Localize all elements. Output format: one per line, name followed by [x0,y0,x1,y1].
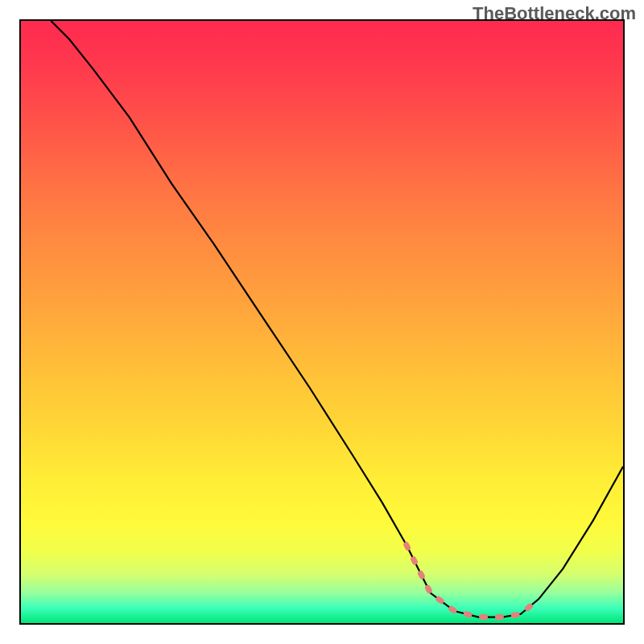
plot-area [19,19,625,625]
bottleneck-curve-line [51,21,623,617]
curve-svg [21,21,623,623]
highlight-dashed-segment [407,545,539,617]
watermark-text: TheBottleneck.com [473,3,636,24]
chart-container: TheBottleneck.com [0,0,644,644]
